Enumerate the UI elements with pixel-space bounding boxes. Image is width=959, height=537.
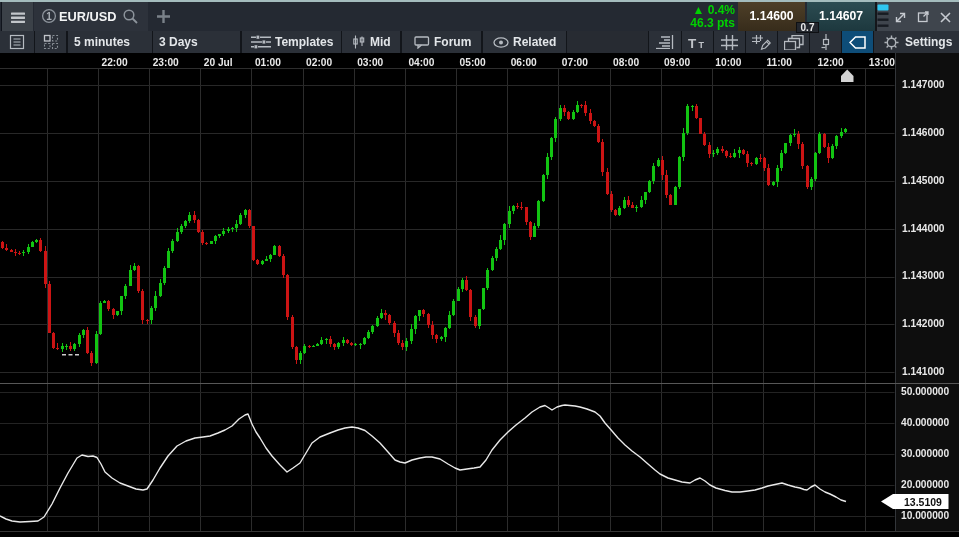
svg-text:09:00: 09:00 [664, 57, 690, 68]
svg-text:08:00: 08:00 [613, 57, 639, 68]
svg-text:1: 1 [46, 11, 52, 22]
svg-text:T: T [688, 36, 697, 50]
svg-text:20 Jul: 20 Jul [204, 57, 233, 68]
svg-text:10:00: 10:00 [715, 57, 741, 68]
svg-text:40.000000: 40.000000 [901, 417, 949, 428]
svg-text:1.143000: 1.143000 [902, 270, 945, 281]
svg-text:11:00: 11:00 [766, 57, 792, 68]
svg-text:01:00: 01:00 [255, 57, 281, 68]
svg-text:1.146000: 1.146000 [902, 127, 945, 138]
svg-text:1.141000: 1.141000 [902, 366, 945, 377]
svg-text:10.000000: 10.000000 [901, 510, 949, 521]
svg-text:22:00: 22:00 [102, 57, 128, 68]
svg-text:1.145000: 1.145000 [902, 175, 945, 186]
svg-text:30.000000: 30.000000 [901, 448, 949, 459]
svg-text:02:00: 02:00 [306, 57, 332, 68]
svg-text:23:00: 23:00 [153, 57, 179, 68]
svg-text:13:00: 13:00 [869, 57, 895, 68]
svg-text:13.5109: 13.5109 [904, 496, 942, 508]
svg-text:04:00: 04:00 [408, 57, 434, 68]
svg-text:03:00: 03:00 [357, 57, 383, 68]
svg-text:T: T [699, 40, 705, 50]
svg-text:06:00: 06:00 [511, 57, 537, 68]
svg-text:07:00: 07:00 [562, 57, 588, 68]
svg-text:50.000000: 50.000000 [901, 386, 949, 397]
svg-text:1.142000: 1.142000 [902, 318, 945, 329]
svg-text:1.144000: 1.144000 [902, 223, 945, 234]
svg-text:05:00: 05:00 [460, 57, 486, 68]
svg-text:20.000000: 20.000000 [901, 479, 949, 490]
svg-text:12:00: 12:00 [818, 57, 844, 68]
svg-text:1.147000: 1.147000 [902, 79, 945, 90]
